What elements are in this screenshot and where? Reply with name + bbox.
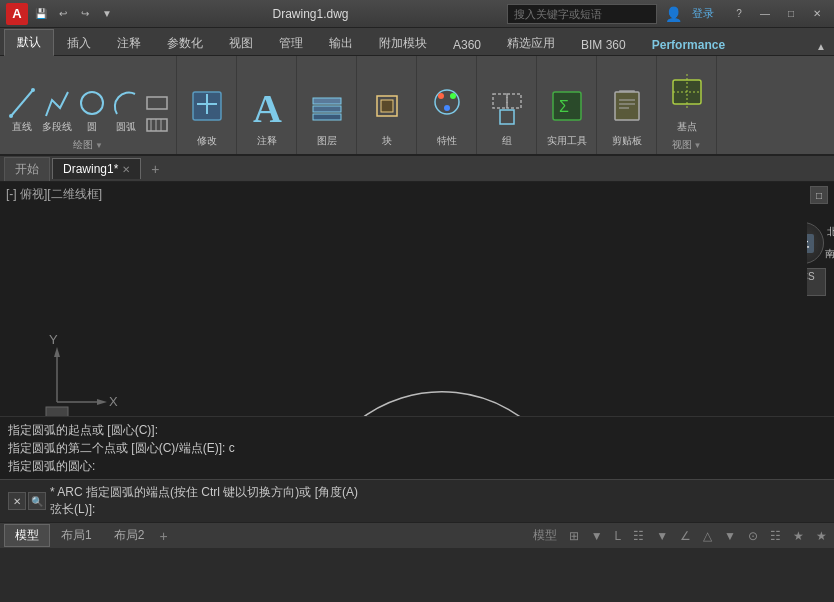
svg-rect-23: [507, 94, 521, 108]
tab-parametric[interactable]: 参数化: [154, 30, 216, 56]
quick-access-redo[interactable]: ↪: [76, 5, 94, 23]
status-coord-icon[interactable]: L: [612, 529, 625, 543]
doc-tab-start[interactable]: 开始: [4, 157, 50, 181]
tool-hatch[interactable]: [144, 116, 170, 136]
status-angle-icon[interactable]: ∠: [677, 529, 694, 543]
quick-access-more[interactable]: ▼: [98, 5, 116, 23]
status-model-icon[interactable]: 模型: [530, 527, 560, 544]
status-lw-icon[interactable]: ★: [790, 529, 807, 543]
tool-basepoint[interactable]: 基点: [667, 68, 707, 136]
group-basepoint-label[interactable]: 视图 ▼: [672, 138, 702, 152]
minimize-button[interactable]: —: [756, 5, 774, 23]
svg-text:Σ: Σ: [559, 98, 569, 115]
status-dyn-icon[interactable]: ☷: [767, 529, 784, 543]
status-ortho-icon[interactable]: ☷: [630, 529, 647, 543]
ribbon-group-layer: 图层: [297, 56, 357, 154]
command-input-area: ✕ 🔍 * ARC 指定圆弧的端点(按住 Ctrl 键以切换方向)或 [角度(A…: [0, 479, 834, 522]
status-tp-icon[interactable]: ★: [813, 529, 830, 543]
status-tab-model[interactable]: 模型: [4, 524, 50, 547]
ribbon-collapse[interactable]: ▲: [812, 37, 830, 55]
quick-access-undo[interactable]: ↩: [54, 5, 72, 23]
svg-point-1: [9, 114, 13, 118]
svg-point-3: [81, 92, 103, 114]
command-input-text: * ARC 指定圆弧的端点(按住 Ctrl 键以切换方向)或 [角度(A) 弦长…: [50, 484, 826, 518]
help-button[interactable]: ?: [730, 5, 748, 23]
login-button[interactable]: 登录: [684, 6, 722, 21]
doc-tab-close[interactable]: ✕: [122, 164, 130, 175]
cmd-search-btn[interactable]: 🔍: [28, 492, 46, 510]
group-draw-label[interactable]: 绘图 ▼: [73, 138, 103, 152]
tool-clipboard[interactable]: 剪贴板: [607, 82, 647, 150]
tab-featured[interactable]: 精选应用: [494, 30, 568, 56]
svg-point-21: [444, 105, 450, 111]
status-otrack-icon[interactable]: ▼: [721, 529, 739, 543]
svg-line-0: [11, 90, 33, 116]
status-polar-icon[interactable]: ▼: [653, 529, 671, 543]
tool-arc[interactable]: 圆弧: [110, 86, 142, 136]
app-logo: A: [6, 3, 28, 25]
ribbon-group-basepoint: 基点 视图 ▼: [657, 56, 717, 154]
tab-performance[interactable]: Performance: [639, 33, 738, 56]
tool-utility[interactable]: Σ 实用工具: [545, 82, 589, 150]
svg-text:Y: Y: [49, 332, 58, 347]
tool-basepoint-label: 基点: [677, 120, 697, 134]
tool-line[interactable]: 直线: [6, 86, 38, 136]
status-ducs-icon[interactable]: ⊙: [745, 529, 761, 543]
tool-layer[interactable]: 图层: [307, 82, 347, 150]
svg-text:A: A: [253, 86, 282, 131]
close-button[interactable]: ✕: [808, 5, 826, 23]
status-snap-icon[interactable]: ▼: [588, 529, 606, 543]
svg-rect-28: [615, 92, 639, 120]
tool-block[interactable]: 块: [367, 82, 407, 150]
ribbon-group-utility: Σ 实用工具: [537, 56, 597, 154]
ribbon-tab-bar: 默认 插入 注释 参数化 视图 管理 输出 附加模块 A360 精选应用 BIM…: [0, 28, 834, 56]
tool-group[interactable]: 组: [487, 82, 527, 150]
tab-view[interactable]: 视图: [216, 30, 266, 56]
tool-annotate[interactable]: A 注释: [247, 82, 287, 150]
tool-circle[interactable]: 圆: [76, 86, 108, 136]
tab-bim360[interactable]: BIM 360: [568, 33, 639, 56]
quick-access-save[interactable]: 💾: [32, 5, 50, 23]
tool-line-label: 直线: [12, 120, 32, 134]
tool-properties[interactable]: 特性: [427, 82, 467, 150]
tab-output[interactable]: 输出: [316, 30, 366, 56]
tool-modify-label: 修改: [197, 134, 217, 148]
doc-tab-drawing1[interactable]: Drawing1* ✕: [52, 158, 141, 179]
tool-rect[interactable]: [144, 94, 170, 114]
group-view-arrow[interactable]: ▼: [694, 141, 702, 150]
status-grid-icon[interactable]: ⊞: [566, 529, 582, 543]
search-input[interactable]: [507, 4, 657, 24]
command-area: 指定圆弧的起点或 [圆心(C)]: 指定圆弧的第二个点或 [圆心(C)/端点(E…: [0, 416, 834, 522]
tab-a360[interactable]: A360: [440, 33, 494, 56]
tab-annotate[interactable]: 注释: [104, 30, 154, 56]
tool-polyline[interactable]: 多段线: [40, 86, 74, 136]
tab-manage[interactable]: 管理: [266, 30, 316, 56]
status-tab-layout1[interactable]: 布局1: [50, 524, 103, 547]
svg-rect-17: [381, 100, 393, 112]
status-tab-layout2[interactable]: 布局2: [103, 524, 156, 547]
cmd-close-btn[interactable]: ✕: [8, 492, 26, 510]
ribbon-toolbar: 直线 多段线 圆 圆弧: [0, 56, 834, 156]
tool-layer-label: 图层: [317, 134, 337, 148]
command-history: 指定圆弧的起点或 [圆心(C)]: 指定圆弧的第二个点或 [圆心(C)/端点(E…: [0, 417, 834, 479]
doc-tab-add[interactable]: +: [143, 158, 167, 180]
tab-addons[interactable]: 附加模块: [366, 30, 440, 56]
svg-rect-5: [147, 119, 167, 131]
tool-utility-label: 实用工具: [547, 134, 587, 148]
svg-point-19: [438, 93, 444, 99]
viewport-label[interactable]: [-] 俯视][二维线框]: [6, 186, 102, 203]
tool-clipboard-label: 剪贴板: [612, 134, 642, 148]
status-tab-add[interactable]: +: [155, 528, 171, 544]
tool-circle-label: 圆: [87, 120, 97, 134]
tool-modify[interactable]: 修改: [187, 82, 227, 150]
statusbar-left: 模型 布局1 布局2 +: [4, 524, 172, 547]
titlebar-left: A 💾 ↩ ↪ ▼: [0, 3, 122, 25]
group-draw-arrow[interactable]: ▼: [95, 141, 103, 150]
tab-default[interactable]: 默认: [4, 29, 54, 56]
status-osnap-icon[interactable]: △: [700, 529, 715, 543]
restore-button[interactable]: □: [782, 5, 800, 23]
svg-point-2: [31, 88, 35, 92]
tab-insert[interactable]: 插入: [54, 30, 104, 56]
ribbon-group-annotate: A 注释: [237, 56, 297, 154]
svg-point-20: [450, 93, 456, 99]
